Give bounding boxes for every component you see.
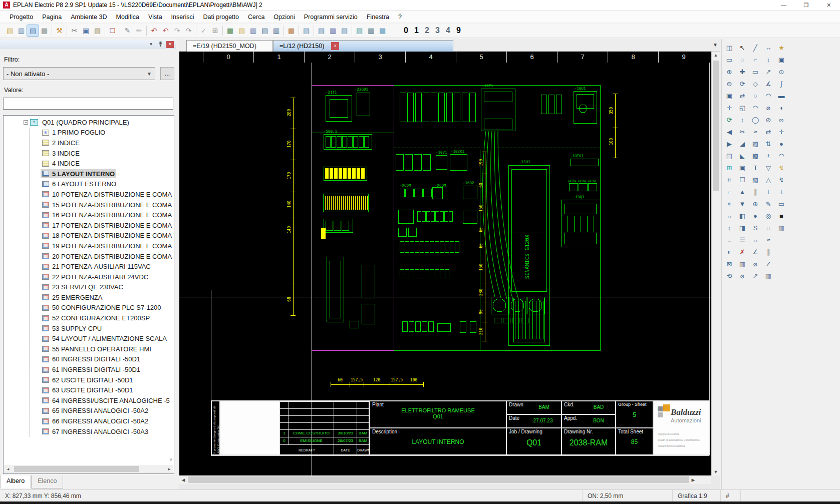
scrollbar-thumb[interactable] (713, 61, 719, 191)
line-icon[interactable]: ╱ (749, 42, 761, 54)
menu-item[interactable]: Pagina (38, 12, 66, 22)
mirror-icon[interactable]: ⇄ (736, 90, 748, 102)
dim-chain-icon[interactable]: ⇄ (762, 126, 774, 138)
menu-item[interactable]: Cerca (243, 12, 269, 22)
redo-multiple-icon[interactable]: ↷ (183, 25, 194, 36)
next-view-icon[interactable]: ▶ (723, 138, 735, 150)
menu-item[interactable]: Finestra (362, 12, 394, 22)
scroll-left-icon[interactable]: ◀ (179, 477, 187, 482)
zoom-in-icon[interactable]: ⊕ (723, 66, 735, 78)
filter-browse-button[interactable]: ... (160, 67, 174, 80)
dim-diameter-icon[interactable]: ⊘ (762, 114, 774, 126)
sheet-number-button[interactable]: 3 (433, 25, 442, 36)
rectangle-icon[interactable]: ▭ (749, 66, 761, 78)
ground-icon[interactable]: ⊥ (775, 186, 787, 198)
minimize-button[interactable]: — (772, 0, 795, 10)
scale-icon[interactable]: ◱ (736, 102, 748, 114)
revision-cloud-icon[interactable]: ◌ (762, 222, 774, 234)
macro-navigator-icon[interactable]: ▤ (236, 25, 247, 36)
approve-icon[interactable]: ✓ (198, 25, 209, 36)
dim-linear-icon[interactable]: ↔ (762, 42, 774, 54)
tree-item[interactable]: 21 POTENZA-AUSILIARI 115VAC (4, 261, 174, 272)
vertical-scrollbar[interactable]: ▲ ▼ (711, 52, 720, 475)
interruption-icon[interactable]: ↯ (775, 162, 787, 174)
tree-item[interactable]: 10 POTENZA-DISTRIBUZIONE E COMA (4, 189, 174, 200)
tree-item[interactable]: 61 INGRESSI DIGITALI -50D1 (4, 364, 174, 375)
tree-item[interactable]: 62 USCITE DIGITALI -50D1 (4, 375, 174, 385)
curve-icon[interactable]: S (749, 222, 761, 234)
tree-item[interactable]: 60 INGRESSI DIGITALI -50D1 (4, 354, 174, 365)
parts-list-icon[interactable]: ▦ (286, 25, 297, 36)
tree-item[interactable]: 15 POTENZA-DISTRIBUZIONE E COMA (4, 200, 174, 210)
dim-angle-icon[interactable]: ∡ (762, 78, 774, 90)
tolerance-icon[interactable]: ± (762, 150, 774, 162)
snap-grid-icon[interactable]: ⌗ (723, 174, 735, 186)
menu-item[interactable]: ? (394, 12, 406, 22)
align-left-icon[interactable]: ◧ (736, 210, 748, 222)
rotate-icon[interactable]: ⟳ (736, 78, 748, 90)
move-icon[interactable]: ✚ (736, 66, 748, 78)
tree-item[interactable]: 65 INGRESSI ANALOGICI -50A2 (4, 406, 174, 416)
tree-item[interactable]: 64 INGRESSI/USCITE ANALOGICHE -5 (4, 395, 174, 406)
properties-icon[interactable]: ▥ (736, 258, 748, 270)
angle-dimension-icon[interactable]: ∠ (749, 246, 761, 258)
coordinates-icon[interactable]: ⌖ (723, 198, 735, 210)
symbol-select-icon[interactable]: ▥ (247, 25, 259, 36)
note-icon[interactable]: ✎ (762, 198, 774, 210)
page-properties-icon[interactable]: ▤ (27, 25, 39, 36)
navigator-tab[interactable]: Elenco (31, 475, 63, 488)
connection-navigator-icon[interactable]: ▤ (316, 25, 327, 36)
tree-item[interactable]: 2 INDICE (4, 138, 174, 148)
plc-navigator-icon[interactable]: ▥ (365, 25, 377, 36)
surface-icon[interactable]: ▽ (762, 162, 774, 174)
copy-icon[interactable]: ▣ (80, 25, 92, 36)
insert-device-icon[interactable]: ▣ (775, 54, 787, 66)
whole-page-icon[interactable]: ▤ (723, 150, 735, 162)
leader-icon[interactable]: ↗ (749, 270, 761, 282)
paste-icon[interactable]: ▤ (92, 25, 103, 36)
fill-icon[interactable]: ▩ (749, 150, 761, 162)
sheet-number-button[interactable]: 9 (454, 25, 463, 36)
sheet-number-button[interactable]: 2 (422, 25, 432, 36)
circle-icon[interactable]: ○ (749, 90, 761, 102)
editor-tab[interactable]: =L/12 (HD2150)x (273, 40, 453, 52)
potential-navigator-icon[interactable]: ▥ (327, 25, 339, 36)
tree-item[interactable]: 63 USCITE DIGITALI -50D1 (4, 385, 174, 395)
tree-item[interactable]: 4 INDICE (4, 158, 174, 169)
ruler-horizontal-icon[interactable]: ↔ (723, 210, 735, 222)
tree-item[interactable]: 50 CONFIGURAZIONE PLC S7-1200 (4, 303, 174, 313)
dim-vertical-icon[interactable]: ↕ (762, 54, 774, 66)
zoom-fit-icon[interactable]: ▣ (723, 90, 735, 102)
undo-multiple-icon[interactable]: ↶ (148, 25, 160, 36)
dim-arc-icon[interactable]: ◠ (762, 90, 774, 102)
scroll-down-icon[interactable]: ▼ (712, 469, 720, 474)
parts-management-icon[interactable]: ▤ (259, 25, 270, 36)
format-paint-2-icon[interactable]: ✏ (133, 25, 145, 36)
previous-view-icon[interactable]: ◀ (723, 126, 735, 138)
potential-icon[interactable]: ↯ (775, 174, 787, 186)
close-button[interactable]: ✕ (817, 0, 840, 10)
to-front-icon[interactable]: ▲ (736, 186, 748, 198)
measure-icon[interactable]: ⌀ (736, 270, 748, 282)
section-icon[interactable]: ≈ (762, 234, 774, 246)
horizontal-scrollbar[interactable]: ◀ ▶ (179, 475, 711, 484)
print-icon[interactable]: ▦ (39, 25, 50, 36)
insert-symbol-icon[interactable]: ★ (775, 42, 787, 54)
select-region-icon[interactable]: ☐ (107, 25, 118, 36)
dim-aligned-icon[interactable]: ↗ (762, 66, 774, 78)
expander-icon[interactable]: − (24, 120, 28, 125)
settings-wrench-icon[interactable]: ⚒ (54, 25, 65, 36)
grid-toggle-icon[interactable]: ⊞ (723, 162, 735, 174)
text-icon[interactable]: T (749, 162, 761, 174)
weld-icon[interactable]: △ (762, 174, 774, 186)
tree-root[interactable]: −+Q01 (QUADRO PRINCIPALE) (4, 117, 174, 128)
undo-icon[interactable]: ↶ (160, 25, 171, 36)
menu-item[interactable]: Progetto (5, 12, 38, 22)
align-right-icon[interactable]: ◨ (736, 222, 748, 234)
box-icon[interactable]: ▭ (775, 198, 787, 210)
tree-item[interactable]: 19 POTENZA-DISTRIBUZIONE E COMA (4, 241, 174, 251)
tree-item[interactable]: 17 POTENZA-DISTRIBUZIONE E COMA (4, 220, 174, 231)
refresh-icon[interactable]: ⟲ (723, 270, 735, 282)
filter-select[interactable]: - Non attivato - ▼ (3, 67, 155, 80)
tree-item[interactable]: 52 CONFIGURAZIONE ET200SP (4, 313, 174, 323)
